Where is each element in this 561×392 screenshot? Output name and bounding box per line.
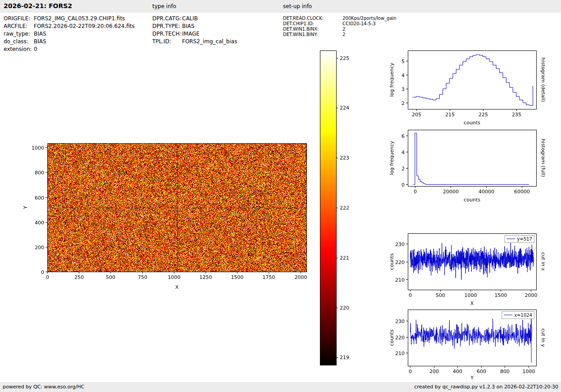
field-value: FORS2.2026-02-22T09:20:06.624.fits — [34, 23, 135, 29]
field-label: raw_type: — [4, 30, 34, 38]
cut-in-y-plot — [388, 304, 561, 382]
field-label: DPR.TYPE: — [152, 23, 182, 30]
type-info-row: DPR.TECH:IMAGE — [152, 30, 237, 38]
file-info-row: extension:0 — [4, 46, 135, 53]
field-value: FORS2_img_cal_bias — [182, 38, 237, 45]
file-info-row: raw_type:BIAS — [4, 30, 135, 38]
field-value: CCID20-14-5-3 — [342, 21, 376, 26]
field-label: DET.WIN1.BINY: — [283, 32, 342, 37]
field-label: do_class: — [4, 38, 34, 46]
field-label: ARCFILE: — [4, 23, 34, 30]
field-label: DPR.CATG: — [152, 15, 182, 23]
footer-created-by: created by qc_rawdisp.py v1.2.3 on 2026-… — [414, 384, 558, 390]
field-value: 2 — [342, 32, 345, 37]
file-info-row: ARCFILE:FORS2.2026-02-22T09:20:06.624.fi… — [4, 23, 135, 30]
histogram-detail-plot — [388, 44, 561, 128]
setup-info-row: DET.WIN1.BINX:2 — [283, 27, 397, 32]
file-info-row: ORIGFILE:FORS2_IMG_CAL053.29.CHIP1.fits — [4, 15, 135, 23]
field-value: IMAGE — [182, 31, 200, 37]
setup-info-row: DET.CHIP1.ID:CCID20-14-5-3 — [283, 21, 397, 27]
cut-in-x-plot — [388, 229, 561, 310]
setup-info-block: DET.READ.CLOCK:200Kps/2ports/low_gain DE… — [283, 16, 397, 37]
type-info-heading: type info — [152, 3, 176, 9]
bias-image-plot — [18, 131, 315, 302]
type-info-block: DPR.CATG:CALIB DPR.TYPE:BIAS DPR.TECH:IM… — [152, 15, 237, 46]
field-value: 2 — [342, 27, 345, 32]
field-value: 0 — [34, 46, 37, 52]
field-label: DET.CHIP1.ID: — [283, 21, 342, 27]
field-value: 200Kps/2ports/low_gain — [342, 16, 397, 21]
field-label: ORIGFILE: — [4, 15, 34, 23]
field-label: DPR.TECH: — [152, 30, 182, 38]
field-value: BIAS — [34, 31, 46, 37]
field-label: DET.READ.CLOCK: — [283, 16, 342, 21]
field-value: FORS2_IMG_CAL053.29.CHIP1.fits — [34, 15, 125, 22]
setup-info-row: DET.READ.CLOCK:200Kps/2ports/low_gain — [283, 16, 397, 21]
field-label: extension: — [4, 46, 34, 53]
qc-rawdisp-page: 2026-02-21: FORS2 type info set-up info … — [0, 0, 561, 392]
type-info-row: DPR.CATG:CALIB — [152, 15, 237, 23]
file-info-row: do_class:BIAS — [4, 38, 135, 46]
type-info-row: TPL.ID:FORS2_img_cal_bias — [152, 38, 237, 46]
setup-info-heading: set-up info — [283, 3, 312, 9]
footer-qc-link: powered by QC: www.eso.org/HC — [3, 384, 84, 390]
field-value: CALIB — [182, 15, 198, 22]
header-bar: 2026-02-21: FORS2 type info set-up info — [0, 0, 561, 13]
setup-info-row: DET.WIN1.BINY:2 — [283, 32, 397, 37]
field-value: BIAS — [182, 23, 195, 29]
histogram-full-plot — [388, 125, 561, 206]
field-label: TPL.ID: — [152, 38, 182, 46]
type-info-row: DPR.TYPE:BIAS — [152, 23, 237, 30]
footer-bar: powered by QC: www.eso.org/HC created by… — [0, 382, 561, 392]
file-info-block: ORIGFILE:FORS2_IMG_CAL053.29.CHIP1.fits … — [4, 15, 135, 53]
field-value: BIAS — [34, 38, 46, 45]
field-label: DET.WIN1.BINX: — [283, 27, 342, 32]
colorbar — [315, 47, 357, 368]
page-title: 2026-02-21: FORS2 — [4, 2, 72, 9]
